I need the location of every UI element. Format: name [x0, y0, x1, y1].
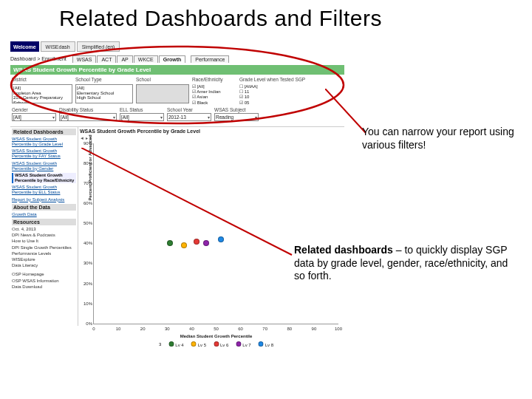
x-tick: 60	[238, 327, 243, 331]
sidebar-resource-item[interactable]: DPI Single Growth Percentiles	[12, 245, 76, 250]
x-tick: 70	[262, 327, 267, 331]
sidebar-resource-item[interactable]: Oct. 4, 2013	[12, 227, 76, 232]
sidebar-resource-item[interactable]: WISExplore	[12, 257, 76, 262]
callout-related-bold: Related dashboards	[294, 244, 393, 256]
sidebar-footer-link[interactable]: OSP Homepage	[12, 272, 76, 277]
tab-ap[interactable]: AP	[117, 55, 132, 63]
chart-nav-icons[interactable]: ◄ ▸ ⤓	[80, 135, 343, 140]
slide-title: Related Dashboards and Filters	[0, 0, 532, 38]
tabbar: Dashboard > Enrollment WSAS ACT AP WKCE …	[10, 54, 344, 64]
y-tick: 30%	[81, 261, 92, 265]
sidebar-related-link[interactable]: WSAS Student Growth Percentile by Race/E…	[12, 173, 76, 183]
sidebar-related-link[interactable]: Report by Subject Analysis	[12, 197, 76, 202]
filter-select[interactable]: [All]	[120, 113, 164, 121]
sidebar-head-related: Related Dashboards	[12, 129, 76, 135]
tab-growth[interactable]: Growth	[159, 55, 186, 63]
nav-lang-link[interactable]: Simplified (en)	[77, 41, 120, 52]
sidebar-resource-item[interactable]: Performance Levels	[12, 251, 76, 256]
filter-checklist[interactable]: ☐ [AllAA]☐ 11☑ 10☑ 05	[239, 84, 300, 106]
legend-item: Lv 8	[259, 341, 273, 347]
legend-item: Lv 6	[214, 341, 228, 347]
sidebar-about-link[interactable]: Growth Data	[12, 212, 76, 217]
filter-multiselects-row: [All] Appleton Area 21st Century Prepara…	[12, 84, 343, 106]
filter-label: Race/Ethnicity	[192, 77, 236, 82]
filter-label: WSAS Subject	[214, 107, 259, 112]
legend-item: Lv 5	[191, 341, 206, 347]
tab-wsas[interactable]: WSAS	[72, 55, 97, 63]
sidebar-head-about: About the Data	[12, 204, 76, 211]
y-tick: 10%	[81, 301, 92, 306]
filter-select[interactable]: [All]	[12, 113, 56, 121]
filter-checklist[interactable]: ☑ [All]☑ Amer Indian☑ Asian☑ Black	[192, 84, 236, 106]
nav-brand-link[interactable]: WISEdash	[41, 41, 75, 52]
legend-item: Lv 4	[168, 341, 183, 347]
chart-title: WSAS Student Growth Percentile by Grade …	[80, 129, 343, 134]
y-tick: 50%	[81, 221, 92, 225]
y-tick: 60%	[81, 201, 92, 205]
filter-panel: DistrictSchool TypeSchoolRace/EthnicityG…	[10, 75, 344, 127]
x-tick: 40	[189, 327, 194, 331]
sidebar-related-link[interactable]: WSAS Student Growth Percentile by FAY St…	[12, 149, 76, 159]
filter-multiselect[interactable]: [All] Appleton Area 21st Century Prepara…	[12, 84, 72, 103]
chart-area: WSAS Student Growth Percentile by Grade …	[78, 127, 344, 326]
y-tick: 70%	[81, 181, 92, 185]
filter-select[interactable]: [All]	[59, 113, 117, 121]
breadcrumb-sep: >	[37, 56, 40, 61]
filter-select[interactable]: 2012-13	[167, 113, 211, 121]
legend-item: Lv 7	[236, 341, 250, 347]
filter-label: Gender	[12, 107, 56, 112]
nav-welcome: Welcome	[10, 41, 39, 52]
filter-select[interactable]: Reading	[214, 113, 259, 121]
sidebar-footer-link[interactable]: Data Download	[12, 284, 76, 290]
filter-label: School Type	[75, 77, 133, 82]
data-point[interactable]	[218, 236, 224, 242]
y-tick: 0%	[81, 321, 92, 326]
navbar: Welcome WISEdash Simplified (en)	[10, 41, 344, 52]
sidebar-footer-link[interactable]: OSP WSAS Information	[12, 279, 76, 284]
sidebar-related-link[interactable]: WSAS Student Growth Percentile by Grade …	[12, 137, 76, 147]
sidebar-related-link[interactable]: WSAS Student Growth Percentile by ELL St…	[12, 185, 76, 195]
y-tick: 40%	[81, 241, 92, 245]
data-point[interactable]	[167, 240, 173, 246]
sidebar-resource-item[interactable]: How to Use It	[12, 239, 76, 244]
x-tick: 0	[92, 327, 95, 331]
data-point[interactable]	[194, 239, 200, 245]
body-row: Related Dashboards WSAS Student Growth P…	[10, 127, 344, 326]
filter-label: School Year	[167, 107, 211, 112]
x-axis-label: Median Student Growth Percentile	[180, 334, 253, 338]
filter-label: Grade Level when Tested SGP	[239, 77, 300, 82]
x-tick: 30	[165, 327, 170, 331]
breadcrumb-leaf[interactable]: Enrollment	[41, 56, 66, 61]
data-point[interactable]	[181, 242, 187, 248]
tab-performance[interactable]: Performance	[191, 55, 229, 63]
x-tick: 50	[214, 327, 219, 331]
filter-dropdowns-row: Gender[All]Disability Status[All]ELL Sta…	[12, 107, 343, 121]
x-tick: 10	[116, 327, 121, 331]
data-point[interactable]	[203, 240, 209, 246]
page-title: WSAS Student Growth Percentile by Grade …	[10, 65, 344, 75]
callout-related: Related dashboards – to quickly display …	[294, 244, 516, 283]
filter-label: Disability Status	[59, 107, 117, 112]
sidebar-resource-item[interactable]: DPI News & Podcasts	[12, 233, 76, 238]
tab-act[interactable]: ACT	[97, 55, 116, 63]
filter-labels-row: DistrictSchool TypeSchoolRace/EthnicityG…	[12, 77, 343, 83]
filter-multiselect-empty[interactable]	[136, 84, 189, 103]
filter-label: ELL Status	[120, 107, 164, 112]
scatter-chart: Percent Proficient or Advanced Median St…	[93, 143, 338, 324]
x-tick: 90	[312, 327, 317, 331]
x-tick: 100	[335, 327, 342, 331]
filter-multiselect[interactable]: [All] Elementary School High School	[75, 84, 133, 103]
sidebar-resource-item[interactable]: Data Literacy	[12, 263, 76, 268]
callout-filters: You can narrow your report using various…	[362, 126, 517, 151]
filter-label: District	[12, 77, 72, 82]
sidebar: Related Dashboards WSAS Student Growth P…	[10, 127, 78, 326]
legend-prefix: 3	[159, 342, 161, 347]
sidebar-related-link[interactable]: WSAS Student Growth Percentile by Gender	[12, 161, 76, 171]
dashboard-screenshot: Welcome WISEdash Simplified (en) Dashboa…	[10, 41, 344, 374]
tab-wkce[interactable]: WKCE	[134, 55, 158, 63]
x-tick: 80	[287, 327, 292, 331]
filter-label: School	[136, 77, 189, 82]
breadcrumb-root[interactable]: Dashboard	[10, 56, 35, 61]
chart-legend: 3Lv 4Lv 5Lv 6Lv 7Lv 8	[159, 341, 273, 347]
y-tick: 90%	[81, 141, 92, 146]
